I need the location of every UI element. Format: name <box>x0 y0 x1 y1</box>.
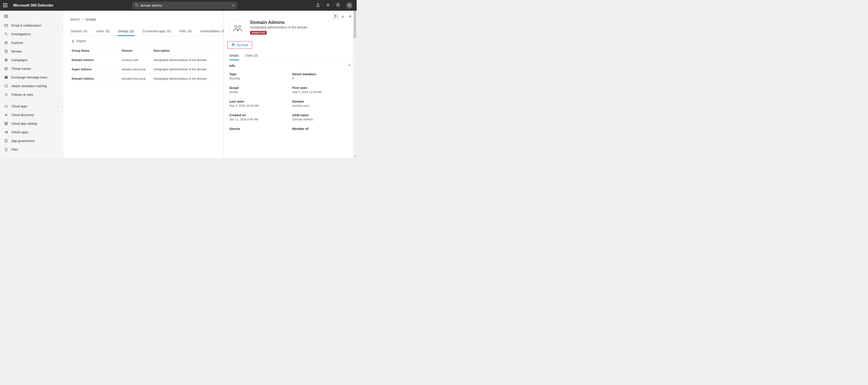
panel-actions: Go hunt <box>224 39 356 52</box>
scrollbar-thumb[interactable] <box>354 11 356 38</box>
top-bar: Microsoft 365 Defender ✕ TA <box>0 0 356 11</box>
go-hunt-button[interactable]: Go hunt <box>227 41 252 49</box>
nav-review[interactable]: Review <box>0 47 63 56</box>
panel-prev-button[interactable] <box>332 13 339 20</box>
scroll-down-arrow[interactable]: ▼ <box>353 155 356 158</box>
tab-files[interactable]: Files (0) <box>179 27 192 36</box>
group-avatar-icon <box>229 20 246 37</box>
panel-subtitle: Designated administrators of the domain <box>250 26 307 29</box>
nav-policies[interactable]: Policies & rules <box>0 90 63 99</box>
nav-label: Review <box>11 50 22 53</box>
nav-cloud-catalog[interactable]: Cloud app catalog <box>0 119 63 128</box>
svg-rect-29 <box>6 124 7 125</box>
nav-campaigns[interactable]: Campaigns <box>0 56 63 64</box>
panel-scrollbar[interactable]: ▼ <box>353 11 356 158</box>
nav-label: Email & collaboration <box>11 24 41 27</box>
svg-point-32 <box>7 132 7 134</box>
info-section-header[interactable]: Info <box>224 60 356 70</box>
info-last-seen: Last seenSep 3, 2023 10:16 AM <box>229 100 288 108</box>
nav-attack-sim[interactable]: Attack simulation training <box>0 82 63 90</box>
svg-point-41 <box>233 44 234 45</box>
svg-point-15 <box>6 60 6 60</box>
tab-vulnerabilities[interactable]: Vulnerabilities (3) <box>199 27 226 36</box>
info-grid: TypeSecurity Direct members5 ScopeGlobal… <box>224 70 356 135</box>
left-nav: Email & collaboration ⌃ Investigations E… <box>0 11 63 158</box>
col-group-name[interactable]: Group Name <box>70 46 120 55</box>
panel-tab-details[interactable]: Details <box>229 52 239 60</box>
mail-icon <box>4 24 8 28</box>
tab-count: (0) <box>167 29 171 33</box>
top-actions: TA <box>316 2 352 9</box>
tab-count: (3) <box>130 29 134 33</box>
nav-label: Campaigns <box>11 58 28 62</box>
nav-explorer[interactable]: Explorer <box>0 38 63 47</box>
panel-next-button[interactable] <box>339 13 346 20</box>
nav-cloud-discovery[interactable]: Cloud discovery <box>0 111 63 119</box>
help-icon[interactable] <box>336 3 340 8</box>
go-hunt-label: Go hunt <box>237 43 248 47</box>
nav-app-governance[interactable]: App governance <box>0 137 63 145</box>
info-type: TypeSecurity <box>229 72 288 80</box>
nav-investigations[interactable]: Investigations <box>0 30 63 38</box>
nav-label: Exchange message trace <box>11 76 47 79</box>
settings-icon[interactable] <box>326 3 330 8</box>
clear-search-icon[interactable]: ✕ <box>232 4 235 7</box>
tab-devices[interactable]: Devices (0) <box>70 27 88 36</box>
tab-groups[interactable]: Groups (3) <box>117 27 135 36</box>
nav-label: Cloud app catalog <box>11 122 37 125</box>
info-label: SAM name <box>292 113 351 117</box>
user-avatar[interactable]: TA <box>346 2 352 9</box>
svg-line-33 <box>6 131 7 132</box>
tab-connected-apps[interactable]: Connected apps (0) <box>142 27 172 36</box>
info-source: Source <box>229 127 288 130</box>
svg-point-38 <box>235 26 237 28</box>
svg-point-7 <box>5 33 7 35</box>
nav-exchange-trace[interactable]: EExchange message trace <box>0 73 63 82</box>
attack-sim-icon <box>4 84 8 88</box>
nav-files[interactable]: Files <box>0 145 63 154</box>
tab-label: Files <box>180 29 186 33</box>
info-first-seen: First seenSep 3, 2018 11:03 AM <box>292 86 351 94</box>
breadcrumb-search[interactable]: Search <box>70 18 80 21</box>
product-title: Microsoft 365 Defender <box>13 3 54 7</box>
svg-point-23 <box>5 94 6 94</box>
tracker-icon <box>4 67 8 71</box>
svg-point-39 <box>238 26 241 28</box>
info-value: Sep 3, 2018 11:03 AM <box>292 90 351 94</box>
svg-point-3 <box>328 4 329 5</box>
info-value: Domain Admins <box>292 118 351 121</box>
chevron-right-icon: › <box>82 18 83 21</box>
panel-header: Domain Admins Designated administrators … <box>224 20 356 39</box>
nav-label: Explorer <box>11 41 23 45</box>
export-button[interactable]: Export <box>70 39 86 43</box>
cell-name: Domain Admins <box>70 55 120 65</box>
info-value: contoso.com <box>292 104 351 108</box>
nav-section-cloud[interactable]: Cloud apps ⌃ <box>0 102 63 111</box>
nav-section-email[interactable]: Email & collaboration ⌃ <box>0 21 63 30</box>
search-input[interactable] <box>132 2 237 9</box>
catalog-icon <box>4 121 8 126</box>
nav-toggle[interactable] <box>0 11 63 21</box>
tab-users[interactable]: Users (0) <box>95 27 111 36</box>
info-value: 5 <box>292 77 351 80</box>
svg-rect-6 <box>5 24 8 27</box>
info-value: Global <box>229 90 288 94</box>
nav-oauth-apps[interactable]: OAuth apps <box>0 128 63 137</box>
cell-domain: domain2.test.local <box>120 74 152 83</box>
info-label: Domain <box>292 100 351 103</box>
svg-line-8 <box>6 34 7 35</box>
info-scope: ScopeGlobal <box>229 86 288 94</box>
nav-label: Cloud discovery <box>11 113 34 117</box>
info-value: Jan 11, 2018 9:45 PM <box>229 118 288 121</box>
panel-tab-users[interactable]: Users (5) <box>245 52 258 60</box>
panel-close-button[interactable]: ✕ <box>347 13 353 20</box>
info-value: Security <box>229 77 288 80</box>
col-domain[interactable]: Domain <box>120 46 152 55</box>
hunt-icon <box>231 43 235 47</box>
governance-icon <box>4 139 8 143</box>
app-launcher-icon[interactable] <box>3 3 8 8</box>
panel-controls: ✕ <box>224 11 356 20</box>
labs-icon[interactable] <box>316 3 320 8</box>
tab-label: Vulnerabilities <box>200 29 220 33</box>
nav-threat-tracker[interactable]: Threat tracker <box>0 64 63 73</box>
